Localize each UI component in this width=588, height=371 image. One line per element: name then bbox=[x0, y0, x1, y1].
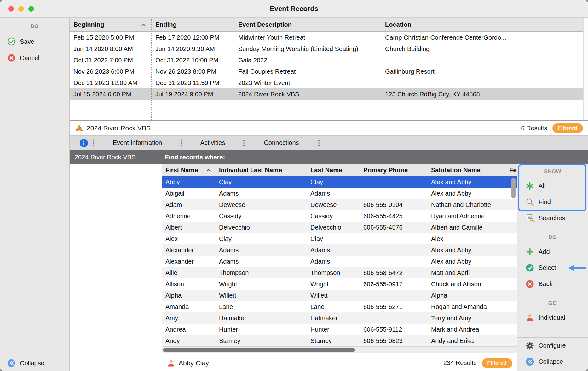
people-column-header[interactable]: Primary Phone bbox=[360, 164, 428, 176]
people-cell: Alpha bbox=[162, 290, 216, 301]
event-cell bbox=[528, 32, 588, 43]
event-column-label: Beginning bbox=[73, 21, 104, 28]
event-column-header[interactable]: Ending bbox=[152, 18, 234, 31]
people-cell: Alpha bbox=[428, 290, 508, 301]
people-cell: Adams bbox=[216, 256, 307, 267]
people-cell: Abby bbox=[162, 176, 216, 188]
people-row[interactable]: AdrienneCassidyCassidy606-555-4425Ryan a… bbox=[162, 210, 517, 222]
people-cell: Alexander bbox=[162, 256, 216, 267]
people-cell: 606-555-0823 bbox=[360, 335, 428, 346]
people-cell: 606-555-0917 bbox=[360, 278, 428, 290]
event-cell: Jun 14 2020 9:30 AM bbox=[152, 43, 234, 54]
panel-button-back[interactable]: Back bbox=[517, 276, 588, 292]
event-cell: Feb 15 2020 5:00 PM bbox=[70, 32, 152, 43]
people-row[interactable]: AllieThompsonThompson606-558-6472Matt an… bbox=[162, 267, 517, 278]
zoom-button[interactable] bbox=[28, 6, 34, 12]
people-cell: Alex and Abby bbox=[428, 256, 508, 267]
people-column-header[interactable]: First Name bbox=[162, 164, 216, 176]
people-column-header[interactable]: Individual Last Name bbox=[216, 164, 307, 176]
event-cell: Fall Couples Retreat bbox=[234, 66, 381, 77]
event-cell bbox=[528, 54, 588, 66]
people-cell: 606-555-4425 bbox=[360, 210, 428, 222]
people-row[interactable]: AndreaHunterHunter606-555-9112Mark and A… bbox=[162, 324, 517, 335]
people-horizontal-scrollbar-thumb[interactable] bbox=[163, 348, 355, 352]
people-cell bbox=[508, 210, 517, 222]
people-column-label: First Name bbox=[165, 167, 198, 174]
people-row[interactable]: AlbertDelvecchioDelvecchio606-555-4576Al… bbox=[162, 222, 517, 233]
people-cell: Clay bbox=[307, 176, 360, 188]
panel-section-header-go: GO bbox=[517, 297, 588, 310]
tab-activities[interactable]: Activities bbox=[186, 136, 239, 150]
people-cell: Clay bbox=[216, 233, 307, 244]
event-row[interactable]: Oct 31 2022 7:00 PMOct 31 2022 10:00 PMG… bbox=[70, 54, 588, 66]
minimize-button[interactable] bbox=[18, 6, 24, 12]
people-cell: Amy bbox=[162, 312, 216, 324]
people-row[interactable]: AlexanderAdamsAdamsAlex and Abby bbox=[162, 244, 517, 256]
people-row[interactable]: AbigailAdamsAdamsAlex and Abby bbox=[162, 188, 517, 199]
tab-label: Event Information bbox=[113, 139, 162, 146]
people-cell bbox=[508, 324, 517, 335]
people-cell: 606-555-9112 bbox=[360, 324, 428, 335]
people-row[interactable]: AlphaWillettWillettAlpha bbox=[162, 290, 517, 301]
panel-button-label: All bbox=[539, 182, 545, 190]
people-row[interactable]: AmyHatmakerHatmakerTerry and Amy bbox=[162, 312, 517, 324]
panel-button-individual[interactable]: Individual bbox=[517, 310, 588, 326]
people-cell: Chuck and Allison bbox=[428, 278, 508, 290]
panel-button-collapse[interactable]: Collapse bbox=[517, 354, 588, 370]
event-row[interactable]: Feb 15 2020 5:00 PMFeb 17 2020 12:00 PMM… bbox=[70, 32, 588, 43]
people-row[interactable]: AllisonWrightWright606-555-0917Chuck and… bbox=[162, 278, 517, 290]
left-sidebar: DO Save Cancel Collapse bbox=[0, 18, 70, 371]
people-row[interactable]: AlexanderAdamsAdamsAlex and Abby bbox=[162, 256, 517, 267]
panel-button-configure[interactable]: Configure bbox=[517, 338, 588, 354]
panel-button-searches[interactable]: Searches bbox=[517, 210, 588, 226]
event-row[interactable]: Jul 15 2024 6:00 PMJul 19 2024 9:00 PM20… bbox=[70, 88, 588, 100]
panel-section-header-show: SHOW bbox=[517, 165, 588, 178]
people-column-header[interactable]: Last Name bbox=[307, 164, 360, 176]
event-cell-empty bbox=[528, 100, 588, 120]
people-column-header[interactable]: Salutation Name bbox=[428, 164, 508, 176]
event-row[interactable]: Jun 14 2020 8:00 AMJun 14 2020 9:30 AMSu… bbox=[70, 43, 588, 54]
annotation-arrow-icon bbox=[567, 264, 586, 272]
people-cell: 606-558-6472 bbox=[360, 267, 428, 278]
people-row[interactable]: AmandaLaneLane606-555-6271Rogan and Aman… bbox=[162, 301, 517, 312]
event-column-header[interactable]: Location bbox=[381, 18, 528, 31]
event-row[interactable]: Nov 26 2023 6:00 PMNov 26 2023 8:00 PMFa… bbox=[70, 66, 588, 77]
info-icon[interactable] bbox=[79, 138, 89, 148]
event-row[interactable]: Dec 31 2023 12:00 AMDec 31 2023 11:59 PM… bbox=[70, 77, 588, 88]
people-cell: Adams bbox=[307, 256, 360, 267]
panel-button-select[interactable]: Select bbox=[517, 260, 588, 276]
event-cell: Feb 17 2020 12:00 PM bbox=[152, 32, 234, 43]
people-vertical-scrollbar-thumb[interactable] bbox=[511, 178, 516, 198]
people-cell: Alex and Abby bbox=[428, 188, 508, 199]
panel-button-all[interactable]: All bbox=[517, 178, 588, 194]
people-row[interactable]: AbbyClayClayAlex and Abby bbox=[162, 176, 517, 188]
panel-button-find[interactable]: Find bbox=[517, 194, 588, 210]
people-cell: Alex and Abby bbox=[428, 244, 508, 256]
panel-button-add[interactable]: Add bbox=[517, 244, 588, 260]
event-cell: Gatlinburg Resort bbox=[381, 66, 528, 77]
cancel-button[interactable]: Cancel bbox=[0, 50, 69, 66]
people-row[interactable]: AdamDeweeseDeweese606-555-0104Nathan and… bbox=[162, 199, 517, 210]
tab-connections[interactable]: Connections bbox=[249, 136, 314, 150]
people-row[interactable]: AndyStameyStamey606-555-0823Andy and Eri… bbox=[162, 335, 517, 346]
sidebar-collapse-button[interactable]: Collapse bbox=[0, 356, 69, 370]
people-cell: Rogan and Amanda bbox=[428, 301, 508, 312]
event-cell: Midwinter Youth Retreat bbox=[234, 32, 381, 43]
people-cell: Hatmaker bbox=[216, 312, 307, 324]
event-list-vertical-scrollbar[interactable] bbox=[583, 18, 588, 120]
event-cell: Oct 31 2022 10:00 PM bbox=[152, 54, 234, 66]
event-column-header[interactable]: Beginning bbox=[70, 18, 152, 31]
tab-event-information[interactable]: Event Information bbox=[98, 136, 177, 150]
save-button-label: Save bbox=[20, 38, 34, 45]
people-cell: Andy and Erika bbox=[428, 335, 508, 346]
people-cell bbox=[508, 256, 517, 267]
people-cell: Clay bbox=[216, 176, 307, 188]
sort-asc-icon bbox=[141, 22, 146, 27]
people-column-header[interactable]: Fe bbox=[508, 164, 517, 176]
event-cell: 2024 River Rock VBS bbox=[234, 88, 381, 100]
close-button[interactable] bbox=[8, 6, 14, 12]
people-row[interactable]: AlexClayClayAlex bbox=[162, 233, 517, 244]
people-cell: Adam bbox=[162, 199, 216, 210]
save-button[interactable]: Save bbox=[0, 33, 69, 50]
event-column-header[interactable]: Event Description bbox=[234, 18, 381, 31]
